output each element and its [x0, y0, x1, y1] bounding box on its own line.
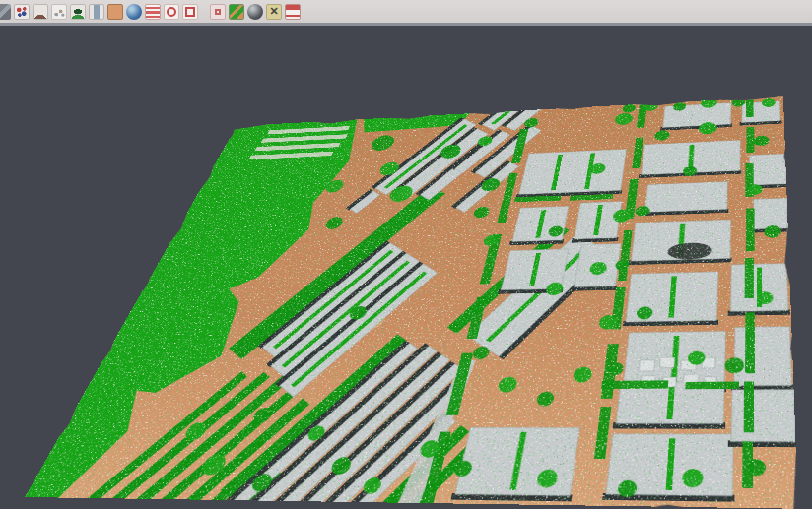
ortho-image-icon[interactable]: [107, 4, 123, 20]
ground-points-icon[interactable]: [51, 4, 67, 20]
rect-select-icon[interactable]: [182, 4, 198, 20]
sphere-dark-icon[interactable]: [247, 4, 263, 20]
viewport-3d[interactable]: [0, 0, 812, 509]
circle-select-icon[interactable]: [164, 4, 179, 20]
measure-icon[interactable]: [266, 4, 282, 20]
terrain-model[interactable]: [25, 96, 798, 509]
classified-terrain-svg: [25, 96, 798, 509]
terrain-model-icon[interactable]: [33, 4, 48, 20]
application-window: { "toolbar": { "icons": [ {"name": "poin…: [0, 0, 812, 509]
classify-points-icon[interactable]: [14, 4, 30, 20]
classified-map-icon[interactable]: [229, 4, 244, 20]
profile-view-icon[interactable]: [89, 4, 104, 20]
flag-red-icon[interactable]: [285, 4, 301, 20]
vegetation-model-icon[interactable]: [70, 4, 86, 20]
clip-region-icon[interactable]: [210, 4, 226, 20]
main-toolbar: [0, 0, 812, 26]
layers-icon[interactable]: [145, 4, 161, 20]
toolbar-separator: [198, 4, 207, 20]
globe-3d-icon[interactable]: [126, 4, 142, 20]
points-partial-icon[interactable]: [0, 4, 11, 20]
